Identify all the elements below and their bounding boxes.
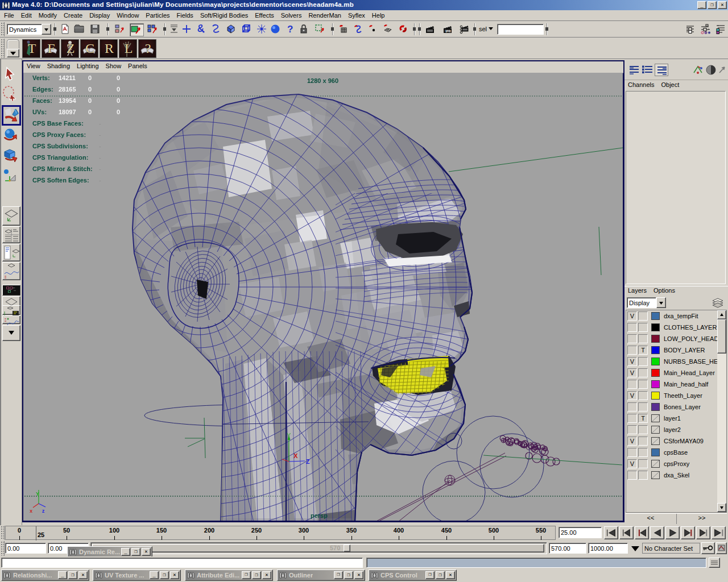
svg-text:-: -: [99, 143, 101, 149]
svg-text:0: 0: [117, 74, 120, 81]
svg-text:0: 0: [117, 86, 120, 93]
svg-text:Edges:: Edges:: [32, 86, 53, 93]
svg-text:-: -: [99, 154, 101, 161]
svg-text:CPS Triangulation:: CPS Triangulation:: [32, 154, 88, 161]
svg-text:0: 0: [88, 97, 92, 104]
svg-text:UVs:: UVs:: [32, 109, 47, 115]
svg-text:14211: 14211: [59, 74, 76, 81]
svg-text:Y: Y: [36, 491, 39, 497]
svg-text:-: -: [99, 177, 101, 184]
svg-text:0: 0: [88, 109, 92, 115]
svg-text:CPS Soften Edges:: CPS Soften Edges:: [32, 177, 89, 184]
svg-text:CPS Mirror & Stitch:: CPS Mirror & Stitch:: [32, 165, 93, 172]
svg-text:CPS Subdivisions:: CPS Subdivisions:: [32, 143, 88, 149]
svg-text:X: X: [293, 452, 298, 459]
svg-text:Faces:: Faces:: [32, 97, 52, 104]
svg-text:IPR: IPR: [446, 30, 451, 33]
svg-text:-: -: [99, 165, 101, 172]
svg-text:-: -: [99, 120, 101, 127]
svg-text:persp: persp: [311, 512, 328, 519]
svg-text:18097: 18097: [59, 109, 76, 115]
svg-text:Verts:: Verts:: [32, 74, 50, 81]
svg-text:1280 x 960: 1280 x 960: [307, 77, 338, 84]
svg-text:0: 0: [88, 86, 92, 93]
svg-text:13954: 13954: [59, 97, 76, 104]
svg-text:CPS Proxy Faces:: CPS Proxy Faces:: [32, 131, 86, 138]
svg-text:z: z: [42, 508, 45, 514]
svg-text:0: 0: [117, 97, 120, 104]
svg-text:CPS Base Faces:: CPS Base Faces:: [32, 120, 84, 127]
svg-text:Y: Y: [287, 432, 291, 439]
svg-text:28165: 28165: [59, 86, 76, 93]
svg-text:-: -: [99, 131, 101, 138]
svg-text:x: x: [30, 508, 32, 514]
svg-text:Z: Z: [306, 458, 310, 465]
svg-text:0: 0: [88, 74, 92, 81]
svg-text:0: 0: [117, 109, 120, 115]
